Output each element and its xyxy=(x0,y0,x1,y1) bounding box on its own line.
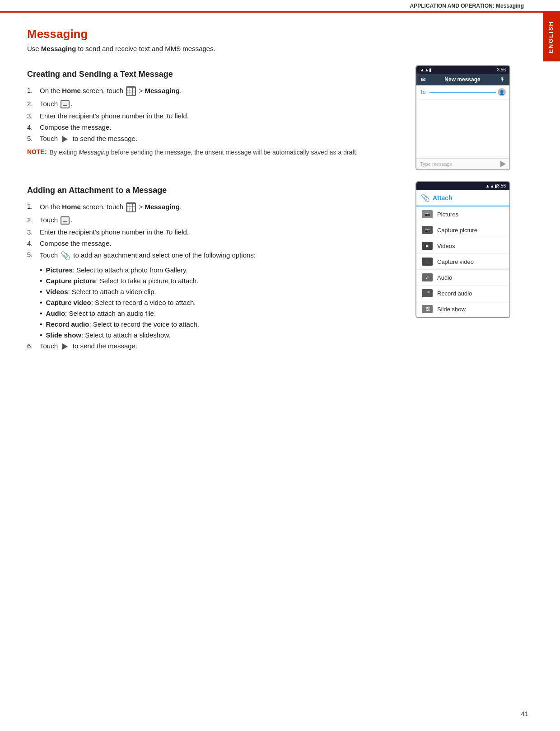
attach-mic-icon: 🎤 xyxy=(422,289,433,297)
attach-item-capture-video: 🎥 Capture video xyxy=(416,254,509,270)
attach-header-icon: 📎 xyxy=(421,193,430,202)
attach-pictures-icon: 📷 xyxy=(422,210,433,218)
step-1-content: On the Home screen, touch > Messaging. xyxy=(40,86,402,96)
s2-step-4-num: 4. xyxy=(27,239,40,247)
section1-steps: 1. On the Home screen, touch > Messaging… xyxy=(27,86,402,142)
s2-step-1: 1. On the Home screen, touch > Messaging… xyxy=(27,202,402,212)
s2-step-4: 4. Compose the message. xyxy=(27,239,402,247)
s2-step-1-num: 1. xyxy=(27,202,40,210)
compose-icon-2 xyxy=(61,216,70,225)
phone-to-input xyxy=(429,92,496,93)
main-content: Messaging Use Messaging to send and rece… xyxy=(0,13,560,382)
bullet-audio: Audio: Select to attach an audio file. xyxy=(40,309,402,318)
note-text: By exiting Messaging before sending the … xyxy=(50,148,358,157)
bullet-capture-video: Capture video: Select to record a video … xyxy=(40,299,402,307)
phone-mockup-1: ▲▲▮ 3:56 ✉ New message 🖈 To 👤 xyxy=(415,65,510,170)
section2: Adding an Attachment to a Message 1. On … xyxy=(27,181,510,355)
attach-item-record-audio: 🎤 Record audio xyxy=(416,286,509,301)
phone-send-btn xyxy=(500,161,506,167)
attach-videos-label: Videos xyxy=(437,243,455,249)
compose-icon xyxy=(61,100,70,108)
section2-steps: 1. On the Home screen, touch > Messaging… xyxy=(27,202,402,261)
s2-step-2-content: Touch . xyxy=(40,216,402,225)
phone-to-label: To xyxy=(420,89,426,95)
page-title: Messaging xyxy=(27,27,510,41)
phone-action-icon-1: ✉ xyxy=(421,76,425,83)
phone-contact-icon: 👤 xyxy=(498,88,506,96)
s2-step-6-content: Touch to send the message. xyxy=(40,342,402,350)
section1-heading: Creating and Sending a Text Message xyxy=(27,70,402,79)
step-1-num: 1. xyxy=(27,86,40,94)
phone-action-title-1: New message xyxy=(444,76,480,83)
phone-to-field: To 👤 xyxy=(416,85,509,99)
section2-text: Adding an Attachment to a Message 1. On … xyxy=(27,181,402,355)
attach-item-pictures: 📷 Pictures xyxy=(416,206,509,222)
s2-step-3-content: Enter the recipient's phone number in th… xyxy=(40,228,402,236)
paperclip-icon: 📎 xyxy=(61,251,70,261)
bullet-capture-picture: Capture picture: Select to take a pictur… xyxy=(40,277,402,285)
attach-signal: ▲▲▮ xyxy=(485,183,497,188)
phone-type-hint: Type message xyxy=(420,161,500,167)
step-1: 1. On the Home screen, touch > Messaging… xyxy=(27,86,402,96)
header-title: APPLICATION AND OPERATION: Messaging xyxy=(410,3,524,9)
phone-body-1: To 👤 xyxy=(416,85,509,158)
attach-capture-picture-label: Capture picture xyxy=(437,227,477,234)
phone-mock-new-message: ▲▲▮ 3:56 ✉ New message 🖈 To 👤 xyxy=(415,65,510,170)
attach-status-bar: ▲▲▮ 3:56 xyxy=(416,182,509,190)
phone-action-menu-1: 🖈 xyxy=(499,76,505,83)
s2-step-3: 3. Enter the recipient's phone number in… xyxy=(27,228,402,236)
phone-time-1: 3:56 xyxy=(497,67,506,72)
intro-text: Use Messaging to send and receive text a… xyxy=(27,45,510,52)
attach-header: 📎 Attach xyxy=(416,190,509,206)
s2-step-4-content: Compose the message. xyxy=(40,239,402,247)
attach-slide-icon: 🖼 xyxy=(422,305,433,313)
send-icon xyxy=(62,136,68,142)
attach-video-icon: ▶ xyxy=(422,242,433,250)
attach-pictures-label: Pictures xyxy=(437,211,458,218)
s2-step-2: 2. Touch . xyxy=(27,216,402,225)
bullet-slide-show: Slide show: Select to attach a slideshow… xyxy=(40,331,402,339)
apps-icon-2 xyxy=(126,202,136,212)
attach-header-text: Attach xyxy=(433,194,453,201)
attach-record-audio-label: Record audio xyxy=(437,290,472,297)
step-4-content: Compose the message. xyxy=(40,123,402,131)
step-2-num: 2. xyxy=(27,100,40,108)
attach-camera-icon: 📷 xyxy=(422,226,433,234)
s2-step-5-num: 5. xyxy=(27,251,40,258)
section2-heading: Adding an Attachment to a Message xyxy=(27,186,402,195)
attach-item-capture-picture: 📷 Capture picture xyxy=(416,222,509,238)
attach-item-videos: ▶ Videos xyxy=(416,238,509,254)
step-5-content: Touch to send the message. xyxy=(40,135,402,142)
step-5: 5. Touch to send the message. xyxy=(27,135,402,142)
phone-mockup-2: ▲▲▮ 3:56 📎 Attach 📷 Pictures 📷 Capture p… xyxy=(415,181,510,318)
apps-grid xyxy=(127,88,135,95)
attach-capture-video-icon: 🎥 xyxy=(422,258,433,266)
step-3-content: Enter the recipient's phone number in th… xyxy=(40,112,402,120)
page-number: 41 xyxy=(521,710,528,717)
attach-item-audio: ♬ Audio xyxy=(416,270,509,286)
section1-text: Creating and Sending a Text Message 1. O… xyxy=(27,65,402,164)
attach-item-slide-show: 🖼 Slide show xyxy=(416,301,509,317)
phone-bottom-bar-1: Type message xyxy=(416,158,509,169)
english-tab: ENGLISH xyxy=(543,13,560,61)
step-3: 3. Enter the recipient's phone number in… xyxy=(27,112,402,120)
attachment-options-list: Pictures: Select to attach a photo from … xyxy=(40,266,402,339)
step-4-num: 4. xyxy=(27,123,40,131)
note-block: NOTE: By exiting Messaging before sendin… xyxy=(27,148,402,157)
step-5-num: 5. xyxy=(27,135,40,142)
send-icon-2 xyxy=(62,343,68,350)
phone-attach-screen: ▲▲▮ 3:56 📎 Attach 📷 Pictures 📷 Capture p… xyxy=(415,181,510,318)
attach-audio-label: Audio xyxy=(437,274,452,281)
phone-action-bar-1: ✉ New message 🖈 xyxy=(416,74,509,85)
s2-step-6: 6. Touch to send the message. xyxy=(27,342,402,350)
attach-capture-video-label: Capture video xyxy=(437,258,474,265)
step-3-num: 3. xyxy=(27,112,40,120)
bullet-record-audio: Record audio: Select to record the voice… xyxy=(40,320,402,328)
s2-step-3-num: 3. xyxy=(27,228,40,236)
phone-signal-1: ▲▲▮ xyxy=(420,67,432,72)
step-2-content: Touch . xyxy=(40,100,402,108)
phone-message-area-1 xyxy=(416,99,509,158)
apps-grid-2 xyxy=(127,204,135,211)
section1: Creating and Sending a Text Message 1. O… xyxy=(27,65,510,170)
section2-step6: 6. Touch to send the message. xyxy=(27,342,402,350)
